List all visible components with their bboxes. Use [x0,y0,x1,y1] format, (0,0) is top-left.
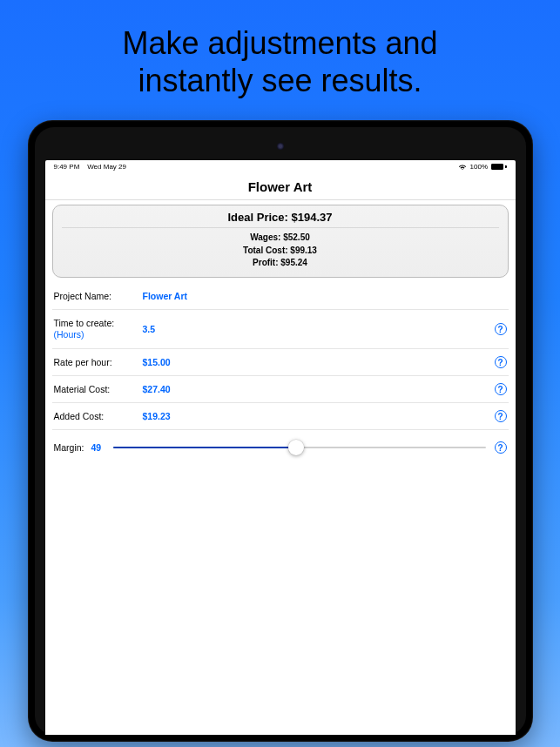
time-to-create-unit: (Hours) [54,329,134,340]
slider-fill [113,447,295,449]
price-summary-box: Ideal Price: $194.37 Wages: $52.50 Total… [52,205,509,278]
rate-per-hour-label: Rate per hour: [54,357,134,367]
tablet-frame: 9:49 PM Wed May 29 100% Flower Art [28,120,533,742]
help-icon[interactable]: ? [495,410,507,422]
status-date: Wed May 29 [87,163,126,171]
time-to-create-field[interactable]: 3.5 [134,324,156,334]
margin-value: 49 [91,442,102,453]
promo-line-2: instantly see results. [138,63,422,98]
status-bar: 9:49 PM Wed May 29 100% [45,160,516,172]
rate-per-hour-field[interactable]: $15.00 [134,357,171,367]
status-time: 9:49 PM [54,163,80,171]
help-icon[interactable]: ? [495,323,507,335]
ideal-price-value: $194.37 [292,211,333,224]
wifi-icon [458,164,467,171]
status-right: 100% [458,163,507,171]
promo-line-1: Make adjustments and [122,25,437,61]
form-rows: Project Name: Flower Art Time to create:… [45,283,516,465]
camera-icon [277,143,284,150]
app-screen: 9:49 PM Wed May 29 100% Flower Art [45,160,516,735]
battery-icon [491,164,507,170]
project-name-field[interactable]: Flower Art [134,291,188,301]
margin-slider[interactable] [113,441,485,454]
project-name-row: Project Name: Flower Art [52,283,509,310]
slider-thumb[interactable] [288,440,304,455]
added-cost-label: Added Cost: [54,411,134,421]
time-to-create-label: Time to create: (Hours) [54,318,134,340]
tablet-inner: 9:49 PM Wed May 29 100% Flower Art [35,127,526,735]
added-cost-row: Added Cost: $19.23 ? [52,403,509,430]
ideal-price: Ideal Price: $194.37 [62,211,499,228]
wages-line: Wages: $52.50 [62,232,499,245]
material-cost-row: Material Cost: $27.40 ? [52,376,509,403]
help-icon[interactable]: ? [495,356,507,368]
margin-label: Margin: [54,442,84,453]
total-cost-line: Total Cost: $99.13 [62,245,499,258]
page-title: Flower Art [45,172,516,200]
promo-heading: Make adjustments and instantly see resul… [0,0,560,120]
status-left: 9:49 PM Wed May 29 [54,163,126,171]
margin-row: Margin: 49 ? [52,430,509,465]
profit-line: Profit: $95.24 [62,257,499,270]
added-cost-field[interactable]: $19.23 [134,411,171,421]
time-to-create-row: Time to create: (Hours) 3.5 ? [52,310,509,349]
help-icon[interactable]: ? [495,383,507,395]
material-cost-field[interactable]: $27.40 [134,384,171,394]
material-cost-label: Material Cost: [54,384,134,394]
battery-percent: 100% [470,163,488,171]
project-name-label: Project Name: [54,291,134,301]
ideal-price-label: Ideal Price: [228,211,288,224]
help-icon[interactable]: ? [495,441,507,454]
rate-per-hour-row: Rate per hour: $15.00 ? [52,349,509,376]
